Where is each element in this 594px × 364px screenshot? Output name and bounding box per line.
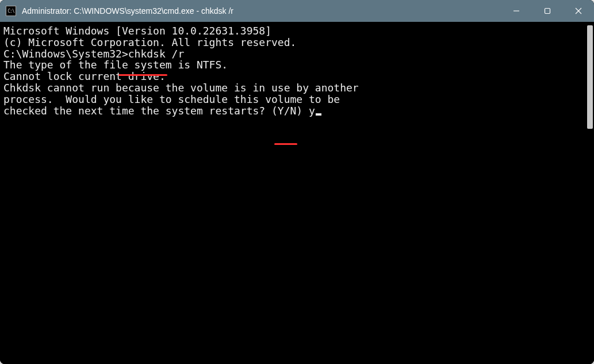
console-output[interactable]: Microsoft Windows [Version 10.0.22631.39…: [0, 22, 586, 364]
svg-rect-1: [545, 9, 550, 14]
maximize-icon: [544, 7, 551, 14]
output-line: process. Would you like to schedule this…: [3, 94, 581, 105]
typed-answer: y: [309, 105, 315, 117]
scrollbar-thumb[interactable]: [587, 25, 593, 129]
output-line: Cannot lock current drive.: [3, 71, 581, 82]
console-area: Microsoft Windows [Version 10.0.22631.39…: [0, 22, 594, 364]
minimize-icon: [513, 7, 520, 14]
close-icon: [575, 7, 582, 14]
cmd-icon: C:\: [6, 6, 16, 16]
prompt-prefix: C:\Windows\System32>: [3, 48, 128, 60]
maximize-button[interactable]: [532, 0, 563, 22]
titlebar[interactable]: C:\ Administrator: C:\WINDOWS\system32\c…: [0, 0, 594, 22]
window-title: Administrator: C:\WINDOWS\system32\cmd.e…: [22, 6, 501, 16]
text-cursor: [316, 113, 321, 116]
prompt-line: C:\Windows\System32>chkdsk /r: [3, 48, 581, 60]
prompt-line: checked the next time the system restart…: [3, 105, 581, 117]
question-text: checked the next time the system restart…: [3, 105, 309, 117]
vertical-scrollbar[interactable]: [586, 22, 594, 364]
typed-command: chkdsk /r: [128, 48, 185, 60]
output-line: The type of the file system is NTFS.: [3, 59, 581, 71]
banner-line: Microsoft Windows [Version 10.0.22631.39…: [3, 25, 581, 37]
output-line: Chkdsk cannot run because the volume is …: [3, 82, 581, 94]
close-button[interactable]: [563, 0, 594, 22]
annotation-underline-command: [118, 74, 167, 76]
command-prompt-window: C:\ Administrator: C:\WINDOWS\system32\c…: [0, 0, 594, 364]
annotation-underline-answer: [274, 143, 297, 145]
window-controls: [501, 0, 594, 22]
minimize-button[interactable]: [501, 0, 532, 22]
banner-line: (c) Microsoft Corporation. All rights re…: [3, 37, 581, 48]
